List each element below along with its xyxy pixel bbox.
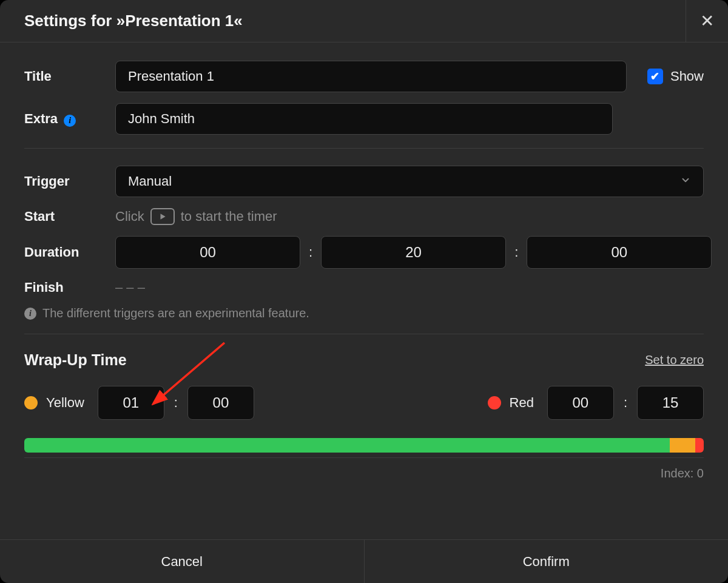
duration-label: Duration: [24, 244, 115, 260]
cancel-button[interactable]: Cancel: [0, 540, 364, 583]
wrap-up-heading: Wrap-Up Time: [24, 351, 127, 369]
trigger-note: i The different triggers are an experime…: [24, 306, 704, 320]
wrap-up-timeline-bar: [24, 438, 704, 453]
close-button[interactable]: ✕: [686, 0, 728, 42]
trigger-value: Manual: [128, 174, 172, 189]
yellow-minutes-input[interactable]: [98, 386, 164, 420]
show-label: Show: [670, 69, 704, 84]
colon-separator: :: [308, 244, 314, 260]
title-input[interactable]: [115, 61, 627, 92]
confirm-button[interactable]: Confirm: [364, 540, 729, 583]
extra-label: Extra i: [24, 111, 115, 127]
separator: [24, 334, 704, 334]
yellow-seconds-input[interactable]: [187, 386, 254, 420]
svg-marker-0: [160, 214, 165, 219]
duration-seconds-input[interactable]: [527, 236, 712, 269]
finish-value: – – –: [115, 280, 145, 295]
chevron-down-icon: [680, 175, 691, 189]
duration-minutes-input[interactable]: [321, 236, 506, 269]
bar-green-segment: [24, 438, 670, 453]
note-text: The different triggers are an experiment…: [42, 306, 309, 320]
yellow-label: Yellow: [46, 395, 84, 411]
trigger-select[interactable]: Manual: [115, 166, 704, 197]
dialog-title: Settings for »Presentation 1«: [0, 12, 243, 30]
info-icon: i: [24, 308, 36, 320]
colon-separator: :: [513, 244, 519, 260]
start-hint: Click to start the timer: [115, 208, 277, 225]
info-icon[interactable]: i: [64, 115, 76, 127]
red-wrap-group: Red :: [488, 386, 704, 420]
red-seconds-input[interactable]: [637, 386, 704, 420]
colon-separator: :: [173, 395, 179, 411]
finish-label: Finish: [24, 280, 115, 295]
index-label: Index: 0: [24, 457, 704, 480]
start-label: Start: [24, 209, 115, 224]
start-hint-post: to start the timer: [181, 209, 277, 224]
bar-yellow-segment: [670, 438, 695, 453]
red-label: Red: [510, 395, 534, 411]
extra-input[interactable]: [115, 103, 613, 135]
red-minutes-input[interactable]: [547, 386, 614, 420]
trigger-label: Trigger: [24, 174, 115, 189]
title-label: Title: [24, 69, 115, 84]
bar-red-segment: [695, 438, 704, 453]
extra-label-text: Extra: [24, 111, 58, 126]
colon-separator: :: [622, 395, 629, 411]
yellow-wrap-group: Yellow :: [24, 386, 254, 420]
close-icon: ✕: [700, 11, 714, 31]
show-checkbox[interactable]: ✔: [647, 69, 663, 84]
set-to-zero-link[interactable]: Set to zero: [645, 353, 704, 367]
separator: [24, 148, 704, 149]
red-dot-icon: [488, 396, 501, 409]
duration-hours-input[interactable]: [115, 236, 300, 269]
yellow-dot-icon: [24, 396, 38, 409]
check-icon: ✔: [650, 70, 659, 83]
play-icon: [150, 208, 175, 225]
start-hint-pre: Click: [115, 209, 144, 224]
